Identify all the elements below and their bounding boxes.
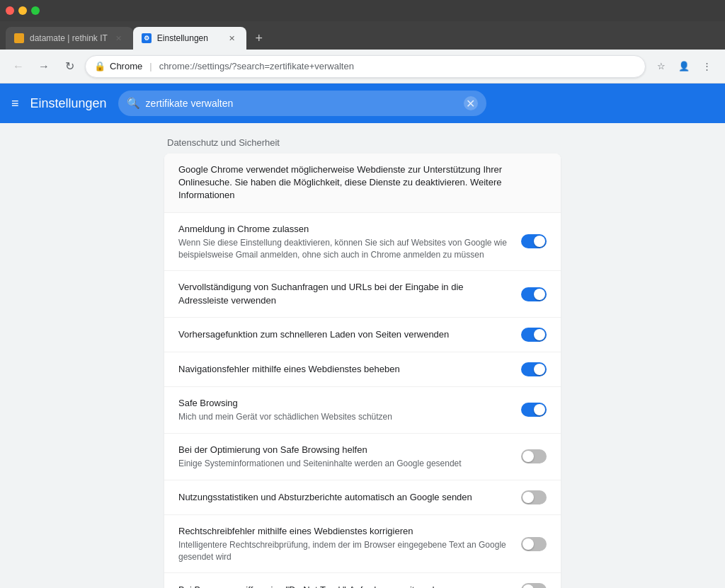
setting-text-donottrack: Bei Browserzugriffen eine "Do Not Track"…	[178, 584, 513, 588]
toggle-navigationsfehler[interactable]	[521, 362, 547, 376]
setting-label-donottrack: Bei Browserzugriffen eine "Do Not Track"…	[178, 584, 513, 588]
close-button[interactable]	[6, 6, 14, 15]
tab-close-datamate[interactable]: ✕	[113, 33, 125, 44]
setting-row-donottrack: Bei Browserzugriffen eine "Do Not Track"…	[164, 573, 561, 588]
tab-bar: datamate | rethink IT ✕ ⚙ Einstellungen …	[0, 21, 725, 50]
setting-row-anmeldung: Anmeldung in Chrome zulassen Wenn Sie di…	[164, 213, 561, 272]
toggle-anmeldung[interactable]	[521, 234, 547, 248]
setting-label-rechtschreibfehler: Rechtschreibfehler mithilfe eines Webdie…	[178, 525, 513, 538]
setting-sublabel-anmeldung: Wenn Sie diese Einstellung deaktivieren,…	[178, 237, 513, 261]
setting-text-vorhersage: Vorhersagefunktion zum schnelleren Laden…	[178, 328, 513, 341]
back-button[interactable]: ←	[8, 57, 28, 76]
address-input-wrap[interactable]: 🔒 Chrome | chrome://settings/?search=zer…	[85, 55, 646, 78]
window-titlebar	[0, 0, 725, 21]
content-inner: Datenschutz und Sicherheit Google Chrome…	[164, 137, 561, 574]
toggle-safebrowsing[interactable]	[521, 403, 547, 417]
setting-row-vervollstaendigung: Vervollständigung von Suchanfragen und U…	[164, 271, 561, 317]
setting-row-rechtschreibfehler: Rechtschreibfehler mithilfe eines Webdie…	[164, 515, 561, 574]
setting-label-navigationsfehler: Navigationsfehler mithilfe eines Webdien…	[178, 363, 513, 376]
tab-settings[interactable]: ⚙ Einstellungen ✕	[133, 27, 246, 50]
tab-datamate[interactable]: datamate | rethink IT ✕	[6, 27, 133, 50]
menu-button[interactable]: ⋮	[697, 57, 717, 76]
tab-label-datamate: datamate | rethink IT	[30, 33, 108, 43]
setting-text-anmeldung: Anmeldung in Chrome zulassen Wenn Sie di…	[178, 223, 513, 261]
lock-icon: 🔒	[94, 61, 105, 71]
address-url: chrome://settings/?search=zertifikate+ve…	[159, 61, 354, 71]
toggle-vorhersage[interactable]	[521, 328, 547, 342]
info-row: Google Chrome verwendet möglicherweise W…	[164, 154, 561, 213]
hamburger-icon[interactable]: ≡	[11, 96, 19, 111]
tab-favicon-settings: ⚙	[142, 33, 152, 43]
info-link[interactable]: Weitere Informationen	[178, 177, 501, 200]
content-area: Datenschutz und Sicherheit Google Chrome…	[0, 123, 725, 588]
setting-sublabel-safebrowsing: Mich und mein Gerät vor schädlichen Webs…	[178, 411, 513, 423]
address-bar: ← → ↻ 🔒 Chrome | chrome://settings/?sear…	[0, 50, 725, 83]
setting-label-vorhersage: Vorhersagefunktion zum schnelleren Laden…	[178, 328, 513, 341]
tab-close-settings[interactable]: ✕	[227, 33, 238, 44]
setting-row-navigationsfehler: Navigationsfehler mithilfe eines Webdien…	[164, 352, 561, 387]
setting-text-vervollstaendigung: Vervollständigung von Suchanfragen und U…	[178, 281, 513, 306]
setting-text-safebrowsing-help: Bei der Optimierung von Safe Browsing he…	[178, 444, 513, 470]
settings-header: ≡ Einstellungen 🔍 ✕	[0, 83, 725, 123]
search-icon: 🔍	[127, 97, 140, 110]
search-clear-button[interactable]: ✕	[464, 96, 478, 110]
section-title: Datenschutz und Sicherheit	[164, 137, 561, 148]
setting-text-safebrowsing: Safe Browsing Mich und mein Gerät vor sc…	[178, 397, 513, 423]
setting-label-vervollstaendigung: Vervollständigung von Suchanfragen und U…	[178, 281, 513, 306]
setting-label-anmeldung: Anmeldung in Chrome zulassen	[178, 223, 513, 236]
info-text: Google Chrome verwendet möglicherweise W…	[178, 163, 547, 202]
tab-label-settings: Einstellungen	[157, 33, 208, 43]
account-button[interactable]: 👤	[674, 57, 694, 76]
setting-label-safebrowsing: Safe Browsing	[178, 397, 513, 410]
setting-row-nutzungsstatistiken: Nutzungsstatistiken und Absturzberichte …	[164, 480, 561, 515]
toggle-safebrowsing-help[interactable]	[521, 449, 547, 463]
bookmark-button[interactable]: ☆	[651, 57, 671, 76]
settings-card: Google Chrome verwendet möglicherweise W…	[164, 154, 561, 588]
setting-row-vorhersage: Vorhersagefunktion zum schnelleren Laden…	[164, 318, 561, 352]
setting-label-nutzungsstatistiken: Nutzungsstatistiken und Absturzberichte …	[178, 491, 513, 504]
minimize-button[interactable]	[18, 6, 27, 15]
settings-search-bar[interactable]: 🔍 ✕	[118, 91, 486, 116]
setting-text-rechtschreibfehler: Rechtschreibfehler mithilfe eines Webdie…	[178, 525, 513, 563]
forward-button[interactable]: →	[34, 57, 54, 76]
setting-text-navigationsfehler: Navigationsfehler mithilfe eines Webdien…	[178, 363, 513, 376]
new-tab-button[interactable]: +	[249, 28, 269, 48]
setting-row-safebrowsing: Safe Browsing Mich und mein Gerät vor sc…	[164, 387, 561, 434]
toggle-rechtschreibfehler[interactable]	[521, 537, 547, 551]
toggle-vervollstaendigung[interactable]	[521, 287, 547, 301]
reload-button[interactable]: ↻	[59, 57, 79, 76]
search-input[interactable]	[146, 98, 458, 109]
setting-row-safebrowsing-help: Bei der Optimierung von Safe Browsing he…	[164, 434, 561, 480]
address-separator: |	[149, 61, 152, 71]
settings-page-title: Einstellungen	[30, 96, 107, 111]
setting-sublabel-rechtschreibfehler: Intelligentere Rechtschreibprüfung, inde…	[178, 539, 513, 563]
maximize-button[interactable]	[31, 6, 40, 15]
tab-favicon-datamate	[14, 33, 24, 43]
address-right-buttons: ☆ 👤 ⋮	[651, 57, 717, 76]
toggle-donottrack[interactable]	[521, 583, 547, 588]
setting-label-safebrowsing-help: Bei der Optimierung von Safe Browsing he…	[178, 444, 513, 456]
setting-sublabel-safebrowsing-help: Einige Systeminformationen und Seiteninh…	[178, 458, 513, 470]
toggle-nutzungsstatistiken[interactable]	[521, 490, 547, 505]
setting-text-nutzungsstatistiken: Nutzungsstatistiken und Absturzberichte …	[178, 491, 513, 504]
address-brand: Chrome	[110, 61, 142, 71]
